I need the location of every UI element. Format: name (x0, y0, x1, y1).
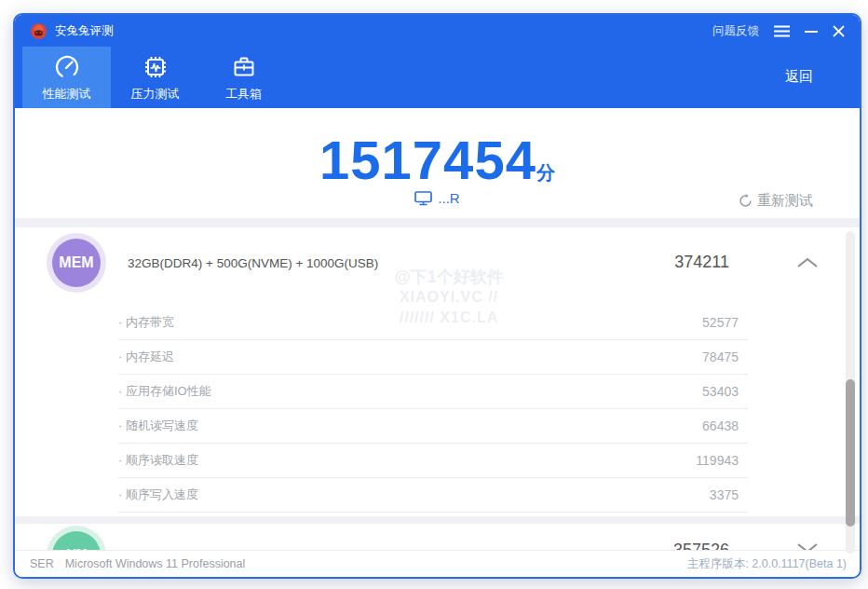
tab-label: 工具箱 (225, 86, 262, 103)
retest-label: 重新测试 (757, 192, 813, 210)
panel-divider (15, 218, 860, 227)
subrow-label: 应用存储IO性能 (118, 383, 211, 400)
panel-divider (15, 516, 860, 524)
subrow-label: 内存带宽 (118, 314, 174, 331)
status-bar: SER Microsoft Windows 11 Professional 主程… (15, 550, 860, 577)
mem-section-score: 374211 (674, 253, 729, 272)
subrow-memory-bandwidth: 内存带宽 52577 (118, 306, 748, 340)
subrow-label: 内存延迟 (118, 349, 174, 365)
mem-badge-ring: MEM (47, 233, 106, 293)
antutu-window: 安兔兔评测 问题反馈 性能测试 (13, 13, 861, 579)
tab-performance-test[interactable]: 性能测试 (22, 47, 111, 108)
subrow-value: 53403 (702, 384, 739, 399)
total-score-value: 1517454 (319, 130, 536, 190)
minimize-icon[interactable] (805, 25, 818, 37)
monitor-icon (414, 191, 432, 206)
chevron-down-icon[interactable] (796, 541, 819, 550)
subrow-label: 随机读写速度 (118, 418, 198, 434)
gauge-icon (53, 53, 81, 81)
device-row: ...R (15, 190, 860, 206)
ux-badge-ring: UX (47, 526, 106, 550)
tab-label: 性能测试 (43, 86, 91, 103)
status-os-name: Microsoft Windows 11 Professional (65, 557, 246, 570)
device-name: ...R (438, 190, 459, 206)
ux-section-score: 357526 (673, 541, 729, 550)
nav-bar: 性能测试 压力测试 工具箱 返 (15, 47, 860, 108)
subrow-value: 3375 (710, 487, 739, 502)
chip-icon (142, 53, 170, 81)
subrow-value: 119943 (696, 453, 739, 468)
chevron-up-icon[interactable] (796, 255, 819, 272)
mem-section-title: 32GB(DDR4) + 500G(NVME) + 1000G(USB) (128, 256, 378, 270)
subrow-memory-latency: 内存延迟 78475 (118, 340, 748, 375)
tab-label: 压力测试 (131, 86, 180, 103)
titlebar-controls: 问题反馈 (712, 23, 845, 39)
mem-subrows: 内存带宽 52577 内存延迟 78475 应用存储IO性能 53403 随机读… (15, 306, 860, 513)
section-ux: UX 357526 (15, 524, 860, 550)
titlebar: 安兔兔评测 问题反馈 (15, 15, 860, 47)
ux-badge: UX (52, 531, 101, 550)
scrollbar-thumb[interactable] (846, 379, 855, 527)
app-title: 安兔兔评测 (55, 23, 114, 39)
subrow-sequential-write: 顺序写入速度 3375 (118, 478, 748, 513)
close-icon[interactable] (833, 25, 845, 37)
retest-button[interactable]: 重新测试 (739, 192, 813, 210)
back-button[interactable]: 返回 (785, 68, 813, 86)
tab-stress-test[interactable]: 压力测试 (111, 47, 199, 108)
section-mem: MEM 32GB(DDR4) + 500G(NVME) + 1000G(USB)… (15, 227, 860, 516)
score-unit: 分 (536, 162, 555, 183)
subrow-value: 66438 (702, 418, 739, 433)
status-app-version: 主程序版本: 2.0.0.1117(Beta 1) (687, 556, 847, 572)
total-score: 1517454分 (15, 129, 860, 191)
subrow-app-storage-io: 应用存储IO性能 53403 (118, 375, 748, 409)
antutu-logo-icon (30, 22, 47, 40)
subrow-random-rw-speed: 随机读写速度 66438 (118, 409, 748, 444)
subrow-label: 顺序写入速度 (118, 486, 198, 503)
subrow-value: 52577 (702, 315, 739, 330)
menu-icon[interactable] (774, 25, 790, 37)
score-panel: 1517454分 ...R 重新测试 (15, 108, 860, 218)
status-device-name: SER (30, 557, 54, 570)
refresh-icon (739, 194, 753, 208)
tab-toolbox[interactable]: 工具箱 (199, 47, 288, 108)
mem-badge: MEM (52, 239, 101, 287)
scrollbar-track[interactable] (846, 231, 855, 554)
feedback-link[interactable]: 问题反馈 (712, 23, 759, 39)
subrow-label: 顺序读取速度 (118, 452, 198, 469)
subrow-value: 78475 (702, 349, 739, 364)
toolbox-icon (230, 53, 258, 81)
subrow-sequential-read: 顺序读取速度 119943 (118, 444, 748, 478)
